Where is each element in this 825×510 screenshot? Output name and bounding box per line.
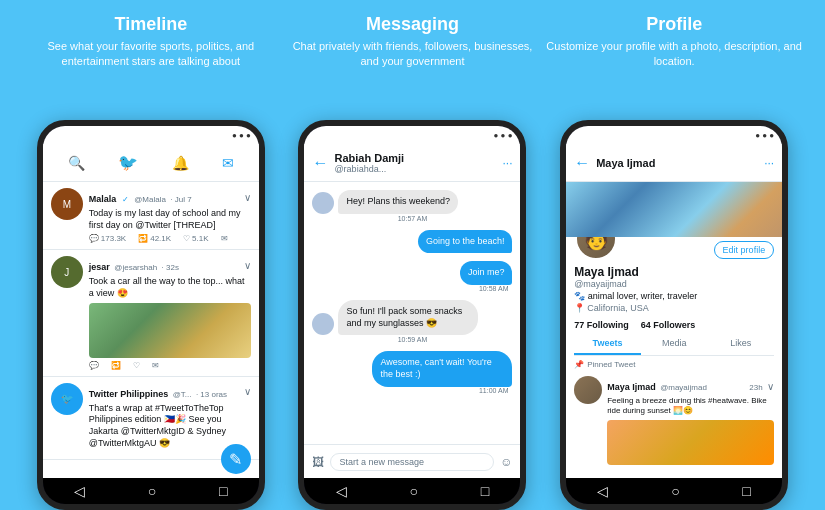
messaging-content: ← Rabiah Damji @rabiahda... ··· Hey! Pla… (304, 144, 520, 478)
message-bubble-3: Join me? (460, 261, 513, 285)
status-bar-profile: ● ● ● (566, 126, 782, 144)
messaging-phone: ● ● ● ← Rabiah Damji @rabiahda... ··· He… (298, 120, 526, 510)
message-time-3: 10:58 AM (312, 285, 512, 292)
avatar-malala: M (51, 188, 83, 220)
contact-handle: @rabiahda... (334, 164, 404, 174)
back-icon-profile[interactable]: ← (574, 154, 590, 172)
message-bubble-4: So fun! I'll pack some snacks and my sun… (338, 300, 478, 335)
pinned-tweet-time: 23h (749, 383, 762, 392)
tab-media[interactable]: Media (641, 333, 708, 355)
twitter-bird-icon: 🐦 (118, 153, 138, 172)
timeline-feature: Timeline See what your favorite sports, … (21, 14, 281, 70)
tab-tweets[interactable]: Tweets (574, 333, 641, 355)
nav-bar-messaging: ◁ ○ □ (304, 478, 520, 504)
messaging-feature: Messaging Chat privately with friends, f… (282, 14, 542, 70)
message-row-1: Hey! Plans this weekend? (312, 190, 512, 214)
profile-header-name: Maya Ijmad (596, 157, 655, 169)
tweet-time-1: · Jul 7 (170, 195, 191, 204)
pinned-label: 📌 Pinned Tweet (574, 360, 774, 369)
message-time-4: 10:59 AM (312, 336, 512, 343)
msg-avatar-1 (312, 192, 334, 214)
reply-action-2[interactable]: 💬 (89, 361, 99, 370)
msg-avatar-4 (312, 313, 334, 335)
followers-stat[interactable]: 64 Followers (641, 320, 696, 330)
message-input-bar: 🖼 Start a new message ☺ (304, 444, 520, 478)
message-bubble-1: Hey! Plans this weekend? (338, 190, 458, 214)
tweet-time-3: · 13 oras (196, 390, 227, 399)
recents-nav-icon-msg[interactable]: □ (481, 483, 489, 499)
profile-location: 📍 California, USA (574, 303, 774, 313)
profile-tabs: Tweets Media Likes (574, 333, 774, 356)
compose-button[interactable]: ✎ (221, 444, 251, 474)
messaging-desc: Chat privately with friends, followers, … (282, 39, 542, 70)
tweet-actions-2: 💬 🔁 ♡ ✉ (89, 361, 251, 370)
following-stat[interactable]: 77 Following (574, 320, 629, 330)
pinned-tweet-name: Maya Ijmad (607, 382, 656, 392)
contact-name: Rabiah Damji (334, 152, 404, 164)
reply-action-1[interactable]: 💬 173.3K (89, 234, 126, 243)
profile-more-icon[interactable]: ··· (764, 156, 774, 170)
tweet-chevron-3: ∨ (244, 386, 251, 397)
like-action-2[interactable]: ♡ (133, 361, 140, 370)
message-row-3: Join me? (312, 261, 512, 285)
like-action-1[interactable]: ♡ 5.1K (183, 234, 208, 243)
retweet-action-1[interactable]: 🔁 42.1K (138, 234, 171, 243)
profile-top-header: ← Maya Ijmad ··· (566, 144, 782, 182)
pinned-tweet-handle: @mayaijmad (660, 383, 707, 392)
tweet-time-2: · 32s (162, 263, 179, 272)
tweet-username-1: Malala (89, 194, 117, 204)
recents-nav-icon[interactable]: □ (219, 483, 227, 499)
home-nav-icon-prof[interactable]: ○ (671, 483, 679, 499)
messaging-title: Messaging (366, 14, 459, 35)
profile-feature: Profile Customize your profile with a ph… (544, 14, 804, 70)
tweet-2: J jesar @jesarshah · 32s ∨ Took a car al… (43, 250, 259, 376)
bell-icon[interactable]: 🔔 (172, 155, 189, 171)
more-icon[interactable]: ··· (502, 156, 512, 170)
tweet-actions-1: 💬 173.3K 🔁 42.1K ♡ 5.1K ✉ (89, 234, 251, 243)
emoji-icon[interactable]: ☺ (500, 455, 512, 469)
tab-likes[interactable]: Likes (707, 333, 774, 355)
profile-avatar: 🧑 (574, 237, 618, 261)
avatar-jesar: J (51, 256, 83, 288)
message-input-field[interactable]: Start a new message (330, 453, 494, 471)
tweet-handle-1: @Malala (134, 195, 166, 204)
share-action-2[interactable]: ✉ (152, 361, 159, 370)
pinned-tweet-text: Feeling a breeze during this #heatwave. … (607, 396, 774, 417)
pinned-tweet-image (607, 420, 774, 465)
search-icon[interactable]: 🔍 (68, 155, 85, 171)
profile-info: Maya Ijmad @mayaijmad 🐾 animal lover, wr… (574, 265, 774, 313)
tweet-image-2 (89, 303, 251, 358)
message-header: ← Rabiah Damji @rabiahda... ··· (304, 144, 520, 182)
tweet-chevron-1: ∨ (244, 192, 251, 203)
edit-profile-button[interactable]: Edit profile (714, 241, 775, 259)
retweet-action-2[interactable]: 🔁 (111, 361, 121, 370)
messages-area: Hey! Plans this weekend? 10:57 AM Going … (304, 182, 520, 444)
pinned-tweet-avatar (574, 376, 602, 404)
pinned-tweet-body: Maya Ijmad @mayaijmad 23h ∨ Feeling a br… (607, 376, 774, 465)
tweet-text-2: Took a car all the way to the top... wha… (89, 276, 251, 299)
nav-bar-timeline: ◁ ○ □ (43, 478, 259, 504)
timeline-desc: See what your favorite sports, politics,… (21, 39, 281, 70)
back-nav-icon-msg[interactable]: ◁ (336, 483, 347, 499)
home-nav-icon[interactable]: ○ (148, 483, 156, 499)
tweet-chevron-2: ∨ (244, 260, 251, 271)
avatar-twitter-ph: 🐦 (51, 383, 83, 415)
tweet-1: M Malala ✓ @Malala · Jul 7 ∨ Today is my… (43, 182, 259, 250)
share-action-1[interactable]: ✉ (221, 234, 228, 243)
tweet-username-3: Twitter Philippines (89, 389, 168, 399)
profile-at-handle: @mayaijmad (574, 279, 774, 289)
message-row-2: Going to the beach! (312, 230, 512, 254)
recents-nav-icon-prof[interactable]: □ (742, 483, 750, 499)
pinned-tweet: Maya Ijmad @mayaijmad 23h ∨ Feeling a br… (574, 372, 774, 469)
status-bar-timeline: ● ● ● (43, 126, 259, 144)
message-row-4: So fun! I'll pack some snacks and my sun… (312, 300, 512, 335)
back-icon[interactable]: ← (312, 154, 328, 172)
message-time-5: 11:00 AM (312, 387, 512, 394)
profile-phone: ● ● ● ← Maya Ijmad ··· 🧑 Edit profile Ma… (560, 120, 788, 510)
mail-icon[interactable]: ✉ (222, 155, 234, 171)
back-nav-icon-prof[interactable]: ◁ (597, 483, 608, 499)
location-icon: 📍 (574, 303, 585, 313)
back-nav-icon[interactable]: ◁ (74, 483, 85, 499)
home-nav-icon-msg[interactable]: ○ (410, 483, 418, 499)
image-input-icon[interactable]: 🖼 (312, 455, 324, 469)
